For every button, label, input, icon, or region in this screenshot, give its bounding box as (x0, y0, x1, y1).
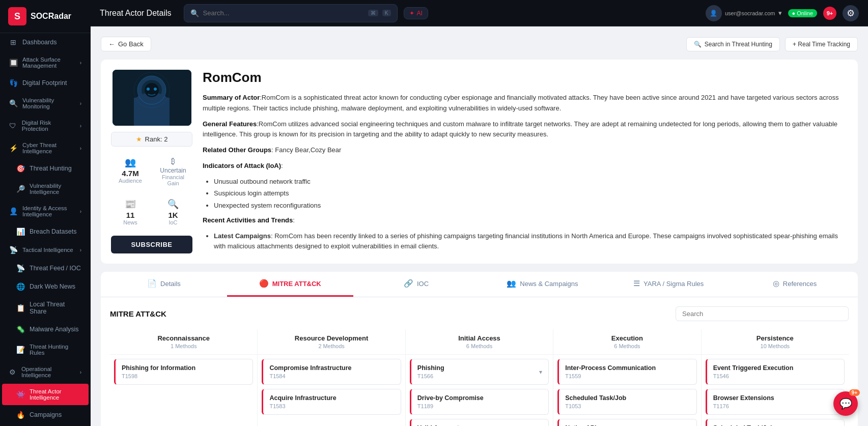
cyber-threat-icon: ⚡ (9, 144, 17, 152)
mitre-col-execution: Execution 6 Methods Inter-Process Commun… (553, 329, 701, 426)
ioa-item-3: Unexpected system reconfigurations (214, 201, 848, 211)
mitre-card-acquire-infra[interactable]: Acquire Infrastructure T1583 (262, 389, 401, 415)
sidebar-item-threat-rules[interactable]: 📝 Threat Hunting Rules (2, 339, 89, 360)
mitre-header: MITRE ATT&CK (110, 306, 849, 321)
general-label: General Features (203, 120, 257, 128)
mitre-col-recon: Reconnaissance 1 Methods Phishing for In… (110, 329, 258, 426)
kbd-cmd: ⌘ (368, 10, 378, 16)
page-title: Threat Actor Details (100, 9, 172, 18)
tab-details[interactable]: 📄 Details (101, 272, 227, 297)
chevron-icon: › (80, 60, 81, 66)
mitre-search-input[interactable] (676, 306, 849, 321)
notification-button[interactable]: 9+ (823, 7, 836, 20)
mitre-card-scheduled-task-persist[interactable]: Scheduled Task/Job T1053 (706, 419, 845, 426)
tab-details-label: Details (160, 280, 181, 288)
ioc-icon: 🔍 (158, 198, 188, 210)
sidebar-item-threat-hunting[interactable]: 🎯 Threat Hunting (2, 160, 89, 177)
sidebar-item-label: Digital Risk Protection (22, 120, 75, 132)
attack-surface-icon: 🔲 (9, 59, 17, 67)
threat-hunting-label: Search in Threat Hunting (705, 41, 772, 48)
col-header-initial: Initial Access 6 Methods (406, 329, 553, 355)
card-title: Phishing (417, 364, 444, 372)
sidebar-item-malware[interactable]: 🦠 Malware Analysis (2, 321, 89, 338)
audience-label: Audience (115, 178, 146, 184)
sidebar-item-vuln-monitoring[interactable]: 🔍 Vulnerability Monitoring › (2, 93, 89, 114)
sidebar-item-threat-feed[interactable]: 📡 Threat Feed / IOC (2, 260, 89, 277)
tab-yara-label: YARA / Sigma Rules (643, 280, 704, 288)
sidebar-item-threat-actor[interactable]: 👾 Threat Actor Intelligence (2, 384, 89, 405)
subheader-actions: 🔍 Search in Threat Hunting + Real Time T… (686, 37, 858, 51)
audience-stat: 👥 4.7M Audience (111, 153, 150, 190)
tab-yara[interactable]: ☰ YARA / Sigma Rules (605, 272, 732, 297)
subscribe-button[interactable]: SUBSCRIBE (111, 236, 192, 253)
sidebar-item-vuln-intel[interactable]: 🔎 Vulnerability Intelligence (2, 178, 89, 200)
sidebar-item-dark-web[interactable]: 🌐 Dark Web News (2, 278, 89, 295)
mitre-card-native-api[interactable]: Native API T1106 (557, 419, 696, 426)
card-title: Inter-Process Communication (565, 364, 690, 372)
settings-avatar[interactable]: ⚙ (843, 5, 859, 21)
go-back-button[interactable]: ← Go Back (101, 37, 151, 51)
actor-left-panel: ★ Rank: 2 👥 4.7M Audience ₿ Uncertain Fi… (111, 70, 192, 253)
sidebar-item-campaigns[interactable]: 🔥 Campaigns (2, 406, 89, 423)
sidebar-item-identity-access[interactable]: 👤 Identity & Access Intelligence › (2, 201, 89, 222)
sidebar-item-attack-surface[interactable]: 🔲 Attack Surface Management › (2, 52, 89, 73)
mitre-card-phishing-info[interactable]: Phishing for Information T1598 (114, 359, 253, 385)
mitre-card-ipc[interactable]: Inter-Process Communication T1559 (557, 359, 696, 385)
mitre-card-phishing[interactable]: Phishing T1566 ▾ (410, 359, 549, 385)
tab-ioc[interactable]: 🔗 IOC (353, 272, 480, 297)
mitre-card-scheduled-task-exec[interactable]: Scheduled Task/Job T1053 (557, 389, 696, 415)
chevron-icon: › (80, 247, 81, 253)
sidebar-item-breach-datasets[interactable]: 📊 Breach Datasets (2, 223, 89, 240)
tab-references[interactable]: ◎ References (732, 272, 858, 297)
col-header-persistence: Persistence 10 Methods (702, 329, 849, 355)
chevron-icon: › (80, 370, 81, 375)
search-icon: 🔍 (694, 41, 702, 48)
chevron-icon: › (80, 101, 81, 106)
ai-icon: ✦ (409, 10, 414, 17)
logo: S SOCRadar (0, 0, 91, 33)
news-stat: 📰 11 News (111, 194, 150, 230)
card-id: T1583 (269, 403, 394, 409)
sidebar-item-label: Tactical Intelligence (22, 247, 73, 253)
sidebar-item-digital-footprint[interactable]: 👣 Digital Footprint (2, 74, 89, 92)
user-avatar-group: 👤 user@socradar.com ▾ (706, 5, 782, 21)
sidebar: S SOCRadar ⊞ Dashboards 🔲 Attack Surface… (0, 0, 91, 426)
real-time-tracking-button[interactable]: + Real Time Tracking (785, 37, 858, 51)
digital-footprint-icon: 👣 (9, 79, 17, 87)
audience-value: 4.7M (115, 169, 146, 178)
ai-button[interactable]: ✦ AI (404, 7, 428, 19)
search-threat-hunting-button[interactable]: 🔍 Search in Threat Hunting (686, 37, 780, 51)
tab-mitre[interactable]: 🔴 MITRE ATT&CK (227, 272, 353, 297)
actor-info-panel: RomCom Summary of Actor:RomCom is a soph… (203, 70, 848, 253)
col-header-recon: Reconnaissance 1 Methods (110, 329, 257, 355)
mitre-card-valid-accounts[interactable]: Valid Accounts T1078 (410, 419, 549, 426)
mitre-card-browser-extensions[interactable]: Browser Extensions T1176 (706, 389, 845, 415)
ioc-value: 1K (158, 211, 188, 219)
recent-label: Recent Activities and Trends (203, 216, 293, 224)
vuln-monitor-icon: 🔍 (9, 99, 17, 107)
mitre-card-event-triggered[interactable]: Event Triggered Execution T1546 (706, 359, 845, 385)
sidebar-item-label: Threat Hunting (30, 165, 72, 172)
sidebar-item-label: Threat Feed / IOC (30, 265, 81, 272)
sidebar-item-tactical-intel[interactable]: 📡 Tactical Intelligence › (2, 241, 89, 259)
chevron-icon: › (80, 123, 81, 129)
mitre-card-compromise-infra[interactable]: Compromise Infrastructure T1584 (262, 359, 401, 385)
sidebar-item-digital-risk[interactable]: 🛡 Digital Risk Protection › (2, 115, 89, 136)
rank-value: Rank: 2 (145, 135, 168, 143)
mitre-card-driveby[interactable]: Drive-by Compromise T1189 (410, 389, 549, 415)
tab-news[interactable]: 👥 News & Campaigns (479, 272, 605, 297)
chat-widget-button[interactable]: 💬 9+ (833, 391, 858, 416)
sidebar-item-local-threat[interactable]: 📋 Local Threat Share (2, 296, 89, 320)
actor-card: ★ Rank: 2 👥 4.7M Audience ₿ Uncertain Fi… (101, 60, 858, 264)
search-input[interactable] (203, 9, 364, 17)
sidebar-item-label: Dashboards (22, 39, 57, 46)
sidebar-item-cyber-threat[interactable]: ⚡ Cyber Threat Intelligence › (2, 137, 89, 159)
sidebar-item-operational[interactable]: ⚙ Operational Intelligence › (2, 361, 89, 383)
global-search[interactable]: 🔍 ⌘ K (184, 4, 398, 22)
mitre-tab-icon: 🔴 (259, 279, 269, 288)
news-icon: 📰 (115, 198, 146, 210)
general-text: :RomCom utilizes advanced social enginee… (203, 120, 837, 138)
sidebar-item-dashboards[interactable]: ⊞ Dashboards (2, 34, 89, 51)
content-area: ← Go Back 🔍 Search in Threat Hunting + R… (91, 26, 868, 426)
threat-actor-icon: 👾 (16, 390, 24, 399)
